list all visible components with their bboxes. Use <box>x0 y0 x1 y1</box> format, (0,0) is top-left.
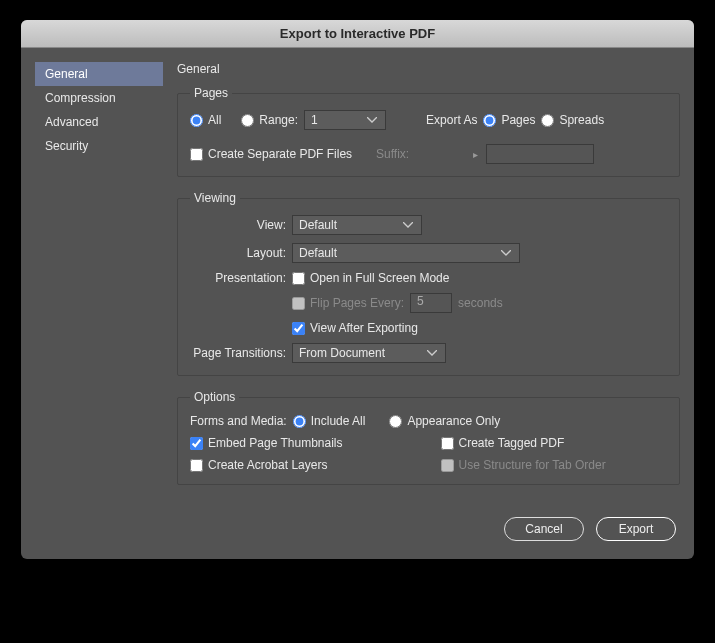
appearance-only-label: Appearance Only <box>407 414 500 428</box>
flip-seconds-field: 5 <box>410 293 452 313</box>
separate-files-option[interactable]: Create Separate PDF Files <box>190 147 352 161</box>
acrobat-layers-label: Create Acrobat Layers <box>208 458 327 472</box>
fullscreen-label: Open in Full Screen Mode <box>310 271 449 285</box>
transitions-value: From Document <box>299 346 385 360</box>
acrobat-layers-checkbox[interactable] <box>190 459 203 472</box>
appearance-only-radio[interactable] <box>389 415 402 428</box>
separate-files-checkbox[interactable] <box>190 148 203 161</box>
dialog-footer: Cancel Export <box>21 513 694 559</box>
sidebar-item-security[interactable]: Security <box>35 134 163 158</box>
export-as-spreads-label: Spreads <box>559 113 604 127</box>
pages-range-select[interactable]: 1 <box>304 110 386 130</box>
view-after-option[interactable]: View After Exporting <box>292 321 418 335</box>
chevron-down-icon <box>367 117 381 123</box>
fullscreen-option[interactable]: Open in Full Screen Mode <box>292 271 449 285</box>
suffix-label: Suffix: <box>376 147 409 161</box>
dialog-body: General Compression Advanced Security Ge… <box>21 48 694 513</box>
include-all-radio[interactable] <box>293 415 306 428</box>
pages-range-option[interactable]: Range: <box>241 113 298 127</box>
export-dialog: Export to Interactive PDF General Compre… <box>21 20 694 559</box>
tagged-pdf-checkbox[interactable] <box>441 437 454 450</box>
separate-files-label: Create Separate PDF Files <box>208 147 352 161</box>
pages-all-radio[interactable] <box>190 114 203 127</box>
main-panel: General Pages All Range: 1 <box>177 62 680 499</box>
pages-group: Pages All Range: 1 <box>177 86 680 177</box>
options-group: Options Forms and Media: Include All App… <box>177 390 680 485</box>
export-as-pages-radio[interactable] <box>483 114 496 127</box>
seconds-label: seconds <box>458 296 503 310</box>
flip-pages-label: Flip Pages Every: <box>310 296 404 310</box>
structure-tab-label: Use Structure for Tab Order <box>459 458 606 472</box>
view-after-checkbox[interactable] <box>292 322 305 335</box>
sidebar-item-advanced[interactable]: Advanced <box>35 110 163 134</box>
view-label: View: <box>190 218 286 232</box>
pages-legend: Pages <box>190 86 232 100</box>
transitions-label: Page Transitions: <box>190 346 286 360</box>
layout-value: Default <box>299 246 337 260</box>
flip-pages-option: Flip Pages Every: <box>292 296 404 310</box>
structure-tab-checkbox <box>441 459 454 472</box>
panel-heading: General <box>177 62 680 76</box>
chevron-down-icon <box>427 350 441 356</box>
pages-all-label: All <box>208 113 221 127</box>
include-all-option[interactable]: Include All <box>293 414 366 428</box>
suffix-field[interactable] <box>486 144 594 164</box>
cancel-button[interactable]: Cancel <box>504 517 584 541</box>
embed-thumbs-label: Embed Page Thumbnails <box>208 436 343 450</box>
chevron-down-icon <box>501 250 515 256</box>
appearance-only-option[interactable]: Appearance Only <box>389 414 500 428</box>
options-legend: Options <box>190 390 239 404</box>
export-button[interactable]: Export <box>596 517 676 541</box>
viewing-legend: Viewing <box>190 191 240 205</box>
view-after-label: View After Exporting <box>310 321 418 335</box>
fullscreen-checkbox[interactable] <box>292 272 305 285</box>
export-as-spreads-radio[interactable] <box>541 114 554 127</box>
sidebar-item-general[interactable]: General <box>35 62 163 86</box>
tagged-pdf-label: Create Tagged PDF <box>459 436 565 450</box>
export-as-spreads-option[interactable]: Spreads <box>541 113 604 127</box>
dialog-title: Export to Interactive PDF <box>21 20 694 48</box>
pages-all-option[interactable]: All <box>190 113 221 127</box>
sidebar: General Compression Advanced Security <box>35 62 163 499</box>
export-as-label: Export As <box>426 113 477 127</box>
view-select[interactable]: Default <box>292 215 422 235</box>
flip-pages-checkbox <box>292 297 305 310</box>
pages-range-value: 1 <box>311 113 318 127</box>
view-value: Default <box>299 218 337 232</box>
transitions-select[interactable]: From Document <box>292 343 446 363</box>
embed-thumbs-option[interactable]: Embed Page Thumbnails <box>190 436 417 450</box>
tagged-pdf-option[interactable]: Create Tagged PDF <box>441 436 668 450</box>
suffix-flyout-icon[interactable]: ▸ <box>471 149 480 160</box>
export-as-pages-option[interactable]: Pages <box>483 113 535 127</box>
sidebar-item-compression[interactable]: Compression <box>35 86 163 110</box>
pages-range-label: Range: <box>259 113 298 127</box>
include-all-label: Include All <box>311 414 366 428</box>
export-as-pages-label: Pages <box>501 113 535 127</box>
pages-range-radio[interactable] <box>241 114 254 127</box>
acrobat-layers-option[interactable]: Create Acrobat Layers <box>190 458 417 472</box>
structure-tab-option: Use Structure for Tab Order <box>441 458 668 472</box>
presentation-label: Presentation: <box>190 271 286 285</box>
layout-select[interactable]: Default <box>292 243 520 263</box>
embed-thumbs-checkbox[interactable] <box>190 437 203 450</box>
viewing-group: Viewing View: Default Layout: Default <box>177 191 680 376</box>
forms-media-label: Forms and Media: <box>190 414 287 428</box>
layout-label: Layout: <box>190 246 286 260</box>
chevron-down-icon <box>403 222 417 228</box>
